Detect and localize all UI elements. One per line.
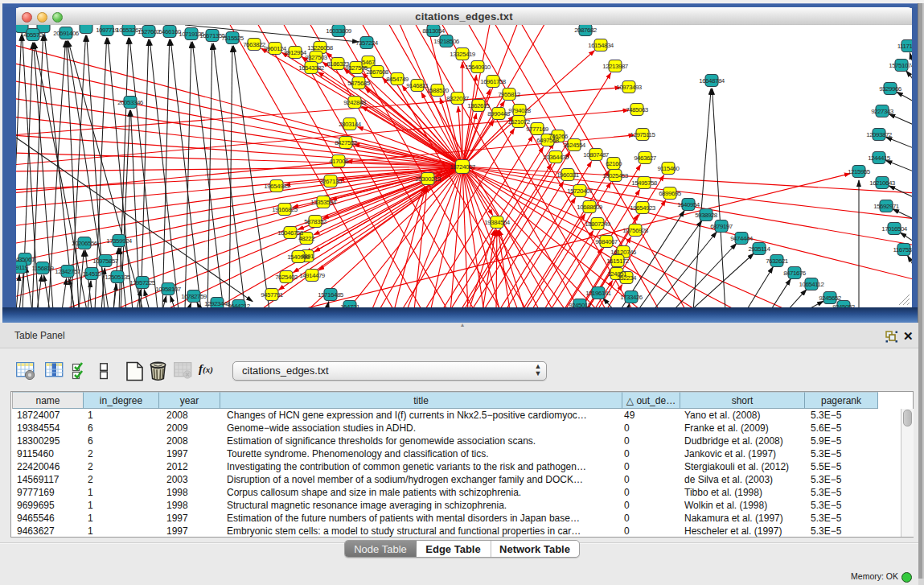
svg-text:10973493: 10973493 [616,84,643,91]
svg-text:2867608: 2867608 [366,68,389,76]
svg-text:2803144: 2803144 [339,121,362,128]
svg-text:10807487: 10807487 [583,151,610,159]
svg-text:62160: 62160 [606,160,622,167]
svg-text:19654983: 19654983 [264,183,290,190]
svg-text:1527602: 1527602 [138,28,161,35]
svg-text:3267130: 3267130 [319,178,343,185]
svg-text:9329966: 9329966 [879,85,902,93]
svg-text:2935114: 2935114 [748,245,770,253]
svg-text:14914479: 14914479 [299,272,326,279]
svg-text:15716485: 15716485 [318,291,344,299]
svg-text:13353594: 13353594 [310,199,337,206]
svg-text:10975857: 10975857 [92,257,119,265]
svg-text:10756928: 10756928 [622,227,649,234]
svg-text:16782759: 16782759 [181,293,207,300]
svg-text:1960331: 1960331 [556,171,580,179]
svg-text:1362615: 1362615 [467,102,491,109]
svg-text:20691406: 20691406 [53,30,80,37]
svg-text:13325419: 13325419 [450,51,476,58]
svg-text:39119: 39119 [16,264,29,271]
svg-text:9227343: 9227343 [871,108,894,115]
svg-text:6899695: 6899695 [659,190,682,197]
svg-text:8912954: 8912954 [284,49,307,56]
svg-text:7663822: 7663822 [243,41,266,48]
svg-text:9457791: 9457791 [261,291,284,299]
svg-text:15495758: 15495758 [631,179,658,187]
svg-text:16543382: 16543382 [298,64,325,72]
svg-text:8813054: 8813054 [422,27,446,35]
svg-text:16120746: 16120746 [610,249,637,256]
svg-text:114519: 114519 [82,270,101,278]
svg-text:16046758: 16046758 [277,229,304,237]
svg-text:19166825: 19166825 [272,206,298,213]
svg-text:13226058: 13226058 [307,44,334,51]
svg-text:15751074: 15751074 [889,62,912,69]
svg-text:15196141: 15196141 [585,290,612,297]
svg-text:16154834: 16154834 [588,42,614,49]
svg-text:9245052: 9245052 [832,303,856,308]
svg-text:8322037: 8322037 [446,95,470,102]
svg-text:9245652: 9245652 [819,295,842,302]
svg-text:12505135: 12505135 [105,274,131,281]
svg-text:7485063: 7485063 [626,106,649,113]
svg-text:435061: 435061 [16,256,35,263]
svg-text:12923448: 12923448 [204,300,231,307]
svg-text:9794028: 9794028 [508,107,532,114]
svg-text:10688609: 10688609 [577,204,603,211]
svg-text:6879197: 6879197 [710,223,733,230]
svg-text:16961758: 16961758 [480,78,507,85]
svg-text:16033809: 16033809 [326,27,352,35]
svg-text:17957225: 17957225 [129,279,156,286]
svg-text:18724007: 18724007 [450,163,476,171]
svg-text:8471676: 8471676 [783,270,807,277]
svg-text:8990448: 8990448 [487,110,511,117]
svg-text:1588520: 1588520 [426,87,450,94]
svg-text:7632621: 7632621 [766,257,789,265]
svg-text:9245012: 9245012 [569,302,592,308]
svg-text:1733426: 1733426 [620,294,643,301]
svg-text:9084067: 9084067 [595,238,618,245]
svg-text:1615172: 1615172 [606,257,630,265]
svg-text:12213987: 12213987 [602,63,629,70]
svg-text:1640954: 1640954 [677,201,700,208]
svg-text:7955812: 7955812 [498,91,521,98]
svg-text:7515525: 7515525 [221,35,244,42]
svg-text:3624554: 3624554 [563,142,586,149]
svg-text:7625402: 7625402 [275,274,298,281]
svg-text:9463627: 9463627 [634,154,657,162]
svg-text:25300213: 25300213 [415,175,441,183]
svg-text:16210643: 16210643 [869,179,896,187]
svg-text:417006: 417006 [329,158,349,165]
svg-text:15640910: 15640910 [465,64,491,71]
svg-text:12093872: 12093872 [866,131,893,138]
svg-text:1244415: 1244415 [868,154,891,162]
svg-text:5467: 5467 [362,59,376,66]
svg-text:9327503: 9327503 [305,54,328,61]
svg-text:19218506: 19218506 [433,38,460,45]
svg-text:1167533: 1167533 [893,246,912,253]
svg-text:5938928: 5938928 [695,212,718,219]
svg-text:1621072: 1621072 [507,118,531,126]
svg-text:164721: 164721 [340,303,360,308]
svg-text:252234: 252234 [617,274,637,282]
svg-text:20364436: 20364436 [543,154,569,161]
svg-text:9777169: 9777169 [526,126,549,133]
svg-text:15692971: 15692971 [873,203,900,210]
svg-text:16648784: 16648784 [699,77,725,84]
svg-text:7357224: 7357224 [355,39,379,47]
svg-text:12342757: 12342757 [55,268,81,275]
svg-text:17359924: 17359924 [106,237,133,245]
svg-text:12975115: 12975115 [630,131,656,138]
svg-text:9644212: 9644212 [228,303,251,308]
svg-text:14055724: 14055724 [20,31,47,39]
svg-text:9474444: 9474444 [730,235,754,242]
svg-text:1156819: 1156819 [31,265,54,272]
svg-text:17016504: 17016504 [881,225,908,233]
svg-text:10654112: 10654112 [799,281,825,288]
svg-text:6497568: 6497568 [536,137,560,144]
svg-text:9115460: 9115460 [657,165,680,172]
svg-text:15720407: 15720407 [567,187,593,195]
svg-text:10958107: 10958107 [155,286,182,293]
svg-text:9242848: 9242848 [343,99,367,106]
svg-text:5878352: 5878352 [304,218,327,225]
